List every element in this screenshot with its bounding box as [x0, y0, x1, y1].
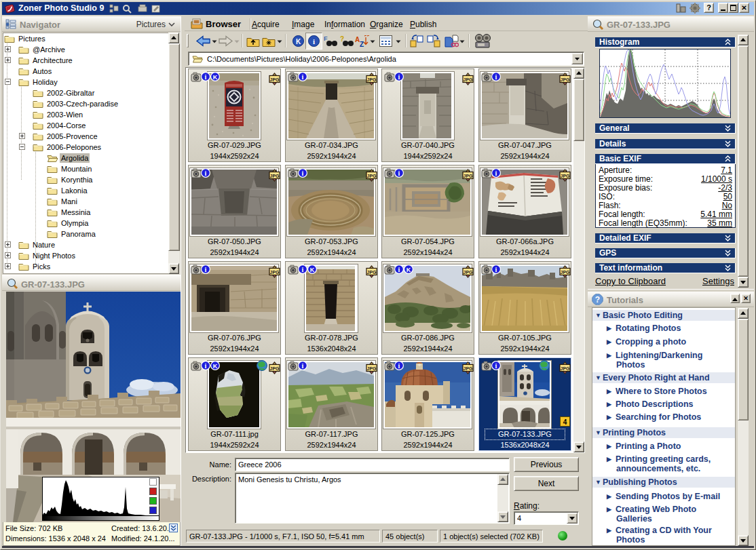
svg-text:JPG: JPG — [269, 174, 280, 178]
svg-text:K: K — [407, 267, 411, 273]
svg-text:i: i — [495, 73, 497, 81]
svg-text:i: i — [302, 266, 304, 273]
svg-text:JPG: JPG — [269, 77, 280, 82]
svg-text:JPG: JPG — [366, 77, 377, 82]
svg-text:i: i — [495, 266, 497, 273]
svg-text:K: K — [213, 74, 218, 81]
svg-text:i: i — [205, 170, 207, 177]
svg-text:i: i — [313, 37, 315, 45]
svg-text:i: i — [205, 73, 207, 81]
svg-text:i: i — [205, 362, 207, 370]
svg-text:JPG: JPG — [463, 270, 473, 275]
svg-text:K: K — [310, 267, 315, 273]
svg-text:JPG: JPG — [463, 366, 473, 371]
svg-text:i: i — [495, 362, 497, 370]
svg-text:JPG: JPG — [269, 270, 280, 275]
svg-text:JPG: JPG — [366, 174, 377, 178]
svg-text:JPG: JPG — [366, 270, 377, 275]
svg-text:?: ? — [595, 295, 600, 305]
svg-text:JPG: JPG — [560, 270, 570, 275]
svg-text:i: i — [398, 170, 400, 177]
svg-text:i: i — [495, 170, 497, 177]
svg-text:Z: Z — [360, 41, 364, 47]
svg-text:F: F — [324, 35, 328, 42]
svg-text:i: i — [398, 73, 400, 81]
svg-text:i: i — [302, 362, 304, 370]
svg-text:K: K — [213, 363, 218, 370]
svg-text:JPG: JPG — [560, 366, 570, 371]
svg-text:JPG: JPG — [366, 366, 377, 371]
svg-text:i: i — [302, 73, 304, 81]
svg-text:i: i — [398, 266, 400, 273]
svg-text:K: K — [296, 38, 301, 45]
svg-text:JPG: JPG — [463, 77, 473, 82]
svg-text:JPG: JPG — [269, 366, 280, 371]
svg-text:JPG: JPG — [560, 77, 570, 82]
svg-text:JPG: JPG — [560, 174, 570, 178]
svg-text:i: i — [302, 170, 304, 177]
svg-text:i: i — [205, 266, 207, 273]
svg-text:4: 4 — [563, 418, 567, 426]
svg-text:i: i — [398, 362, 400, 370]
svg-text:JPG: JPG — [463, 174, 473, 178]
